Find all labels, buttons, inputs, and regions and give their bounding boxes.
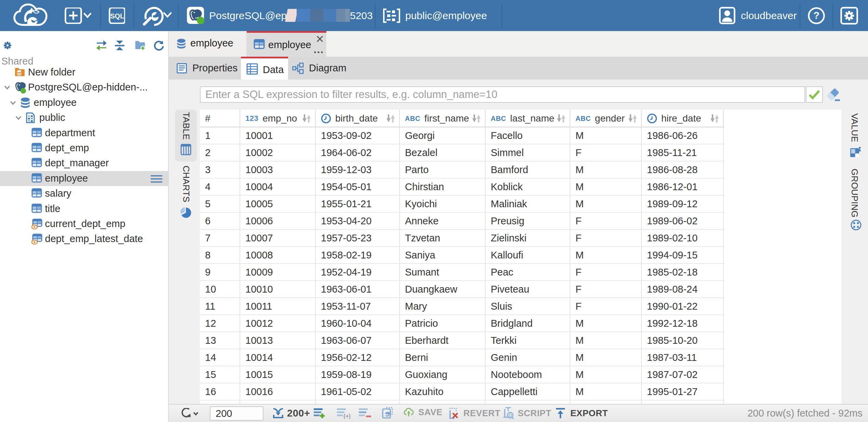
data-cell[interactable]: 1985-10-20 xyxy=(642,332,724,349)
apply-changes-button[interactable] xyxy=(381,407,394,420)
tab-data-active[interactable]: Data xyxy=(241,57,288,80)
data-cell[interactable]: 10008 xyxy=(240,247,316,263)
data-cell[interactable]: 10011 xyxy=(240,298,316,314)
data-cell[interactable]: M xyxy=(570,349,642,366)
column-header-birth_date[interactable]: birth_date xyxy=(316,110,400,127)
sidebar-settings-icon[interactable] xyxy=(2,40,13,51)
data-cell[interactable]: 1986-12-01 xyxy=(642,179,724,195)
data-cell[interactable]: M xyxy=(570,315,642,332)
tab-diagram[interactable]: Diagram xyxy=(288,57,352,80)
data-cell[interactable]: 1959-08-19 xyxy=(316,366,400,383)
sort-arrows-icon[interactable] xyxy=(556,114,566,125)
data-cell[interactable]: M xyxy=(570,332,642,349)
data-cell[interactable]: F xyxy=(570,213,642,229)
grouping-panel-tab[interactable]: GROUPING xyxy=(849,169,860,217)
charts-pie-icon[interactable] xyxy=(180,207,192,219)
tab-menu-dots-icon[interactable] xyxy=(313,50,324,55)
data-cell[interactable]: 1987-03-11 xyxy=(642,349,724,366)
grouping-panel-icon[interactable] xyxy=(850,219,862,231)
column-header-rownum[interactable]: # xyxy=(200,110,240,127)
data-cell[interactable]: Zielinski xyxy=(486,230,570,246)
data-cell[interactable]: Sumant xyxy=(400,264,486,280)
tab-properties[interactable]: Properties xyxy=(170,57,241,80)
data-cell[interactable]: Tzvetan xyxy=(400,230,486,246)
data-cell[interactable]: F xyxy=(570,281,642,297)
data-cell[interactable]: 1952-04-19 xyxy=(316,264,400,280)
data-cell[interactable]: Mary xyxy=(400,298,486,314)
presentation-tab-charts-label[interactable]: CHARTS xyxy=(181,166,191,202)
tree-item-title[interactable]: title xyxy=(0,201,168,216)
data-cell[interactable]: 1989-02-10 xyxy=(642,230,724,246)
sql-editor-button[interactable]: SQL xyxy=(109,8,125,24)
data-cell[interactable]: Kalloufi xyxy=(486,247,570,263)
row-number-cell[interactable]: 13 xyxy=(200,332,240,349)
sort-arrows-icon[interactable] xyxy=(301,114,312,125)
column-header-last_name[interactable]: ABClast_name xyxy=(486,110,570,127)
tree-item-employee[interactable]: employee xyxy=(0,95,168,110)
schema-title[interactable]: public@employee xyxy=(405,0,487,31)
expand-chevron-icon[interactable] xyxy=(9,99,17,107)
data-cell[interactable]: Bezalel xyxy=(400,144,486,161)
data-cell[interactable]: F xyxy=(570,144,642,161)
refresh-tree-icon[interactable] xyxy=(153,40,164,51)
row-number-cell[interactable]: 6 xyxy=(200,213,240,229)
row-number-cell[interactable]: 7 xyxy=(200,230,240,246)
data-cell[interactable]: 1986-08-28 xyxy=(642,161,724,178)
data-cell[interactable]: Patricio xyxy=(400,315,486,332)
value-panel-tab[interactable]: VALUE xyxy=(849,113,860,142)
row-number-cell[interactable]: 2 xyxy=(200,144,240,161)
connection-title-suffix[interactable]: 5203 xyxy=(350,0,373,31)
data-cell[interactable]: 10010 xyxy=(240,281,316,297)
data-cell[interactable]: 1989-08-24 xyxy=(642,281,724,297)
row-number-cell[interactable]: 16 xyxy=(200,383,240,400)
data-cell[interactable]: 10001 xyxy=(240,127,316,144)
data-cell[interactable]: Genin xyxy=(486,349,570,366)
data-cell[interactable]: Eberhardt xyxy=(400,332,486,349)
data-cell[interactable]: 1953-04-20 xyxy=(316,213,400,229)
data-cell[interactable]: Koblick xyxy=(486,179,570,195)
data-cell[interactable]: Piveteau xyxy=(486,281,570,297)
data-cell[interactable]: M xyxy=(570,179,642,195)
data-cell[interactable]: Simmel xyxy=(486,144,570,161)
filter-expression-input[interactable]: Enter a SQL expression to filter results… xyxy=(200,86,805,103)
data-cell[interactable]: Berni xyxy=(400,349,486,366)
row-number-cell[interactable]: 14 xyxy=(200,349,240,366)
table-presentation-icon[interactable] xyxy=(180,144,191,155)
tree-item-salary[interactable]: salary xyxy=(0,186,168,201)
fetch-more-button[interactable]: 200+ xyxy=(272,407,310,419)
tree-item-dept-emp[interactable]: dept_emp xyxy=(0,141,168,156)
data-cell[interactable]: F xyxy=(570,230,642,246)
data-cell[interactable]: Peac xyxy=(486,264,570,280)
script-button[interactable]: Q SCRIPT xyxy=(503,407,551,419)
clear-filter-eraser-icon[interactable] xyxy=(826,87,841,103)
add-folder-icon[interactable] xyxy=(135,40,146,51)
data-cell[interactable]: 1955-01-21 xyxy=(316,196,400,212)
refresh-results-button[interactable] xyxy=(180,408,199,419)
data-cell[interactable]: Anneke xyxy=(400,213,486,229)
collapse-all-icon[interactable] xyxy=(114,40,125,51)
data-cell[interactable]: 1963-06-01 xyxy=(316,281,400,297)
add-row-button[interactable] xyxy=(313,408,326,419)
data-cell[interactable]: 1953-11-07 xyxy=(316,298,400,314)
data-cell[interactable]: 1987-07-02 xyxy=(642,366,724,383)
tree-item-department[interactable]: department xyxy=(0,126,168,141)
data-cell[interactable]: Sluis xyxy=(486,298,570,314)
duplicate-row-button[interactable]: (+) xyxy=(337,408,350,419)
data-cell[interactable]: M xyxy=(570,161,642,178)
data-cell[interactable]: 1985-02-18 xyxy=(642,264,724,280)
row-number-cell[interactable]: 11 xyxy=(200,298,240,314)
presentation-tab-table-label[interactable]: TABLE xyxy=(181,112,191,140)
tab-table-employee-active[interactable]: employee xyxy=(247,31,326,57)
data-cell[interactable]: 10015 xyxy=(240,366,316,383)
data-cell[interactable]: 10009 xyxy=(240,264,316,280)
column-header-hire_date[interactable]: hire_date xyxy=(642,110,724,127)
data-cell[interactable]: Kyoichi xyxy=(400,196,486,212)
new-connection-button[interactable] xyxy=(65,8,92,24)
data-cell[interactable]: 1956-02-12 xyxy=(316,349,400,366)
data-cell[interactable]: F xyxy=(570,298,642,314)
row-number-cell[interactable]: 3 xyxy=(200,161,240,178)
data-cell[interactable]: 10002 xyxy=(240,144,316,161)
tree-item-dept-emp-latest-date[interactable]: dept_emp_latest_date xyxy=(0,231,168,247)
data-cell[interactable]: 10003 xyxy=(240,161,316,178)
tree-item-dept-manager[interactable]: dept_manager xyxy=(0,156,168,171)
